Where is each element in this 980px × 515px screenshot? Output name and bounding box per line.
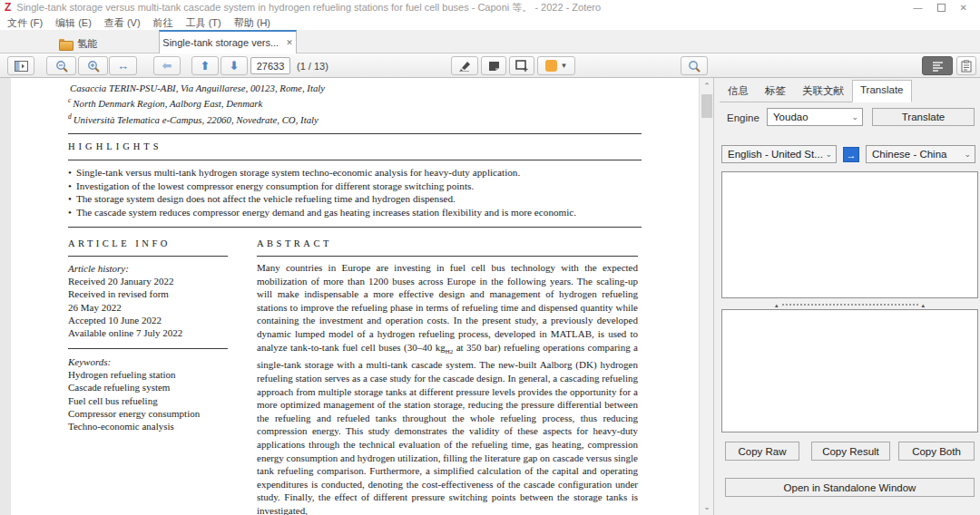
abstract-paragraph: Many countries in Europe are investing i… [257,261,638,515]
keyword-line: Fuel cell bus refueling [68,394,228,407]
chevron-down-icon: ⌄ [825,150,832,159]
keywords-label: Keywords: [68,355,228,368]
maximize-icon[interactable] [937,4,946,12]
history-line: Accepted 10 June 2022 [68,314,228,326]
find-in-document-button[interactable] [681,56,708,75]
folder-icon [59,39,72,49]
divider [68,227,642,228]
tab-library[interactable]: 氢能 [50,34,106,53]
affiliation-block: Casaccia TERIN-PSU-ABI, Via Anguillarese… [68,79,325,126]
keyword-line: Compressor energy consumption [68,407,228,420]
previous-page-button[interactable]: ⬆ [191,56,219,75]
splitter-grip-icon: ▴ [775,302,779,308]
pdf-scrollbar[interactable]: ⌃ ⌄ [699,78,713,515]
source-language-select[interactable]: English - United St...⌄ [721,145,837,163]
history-line: Received in revised form [68,287,228,300]
up-arrow-icon: ⬆ [201,59,211,73]
highlight-item: The cascade system reduces compressor en… [68,206,642,219]
article-history-label: Article history: [68,262,228,275]
menu-go[interactable]: 前往 [153,16,173,30]
highlight-item: Single-tank versus multi-tank hydrogen s… [68,166,642,180]
divider [68,160,642,160]
zotero-logo-icon: Z [5,0,11,15]
title-bar: Z Single-tank storage versus multi-tank … [0,0,980,15]
affiliation-line: Casaccia TERIN-PSU-ABI, Via Anguillarese… [68,79,325,94]
tab-tags[interactable]: 标签 [757,80,794,102]
chevron-down-icon: ⌄ [851,112,858,121]
toggle-context-pane-button[interactable] [922,56,953,75]
divider [68,256,228,257]
tab-translate[interactable]: Translate [852,80,912,102]
tab-document-label: Single-tank storage vers... [162,37,279,48]
copy-raw-button[interactable]: Copy Raw [725,442,799,461]
note-tool-button[interactable] [481,56,506,75]
search-icon [688,60,701,73]
highlight-item: The storage system design does not affec… [68,192,642,206]
pane-tabs: 信息 标签 关联文献 Translate [720,80,912,102]
menu-view[interactable]: 查看 (V) [104,16,141,30]
highlight-item: Investigation of the lowest compressor e… [68,180,642,193]
tab-close-icon[interactable]: ✕ [286,38,293,47]
highlights-heading: HIGHLIGHTS [68,141,162,151]
fit-width-icon: ↔ [117,59,129,73]
article-info-column: Article history: Received 20 January 202… [68,262,228,339]
minimize-icon[interactable]: — [914,4,923,13]
history-line: Available online 7 July 2022 [68,326,228,339]
clipboard-icon [961,60,972,73]
history-line: 26 May 2022 [68,301,228,314]
highlighter-icon [458,60,472,72]
fit-width-button[interactable]: ↔ [109,56,137,75]
zoom-in-icon [87,60,100,73]
window-title: Single-tank storage versus multi-tank ca… [16,1,601,15]
history-line: Received 20 January 2022 [68,275,228,287]
pane-splitter[interactable]: ▴ ▴ [721,301,978,308]
area-select-tool-button[interactable] [509,56,534,75]
zoom-out-button[interactable] [46,56,76,75]
page-number-input[interactable] [250,57,290,74]
pdf-page[interactable]: Casaccia TERIN-PSU-ABI, Via Anguillarese… [11,78,699,515]
menu-tools[interactable]: 工具 (T) [186,16,221,30]
divider [68,133,642,134]
article-info-heading: ARTICLE INFO [68,238,171,248]
navigate-back-button[interactable]: ⬅ [153,56,181,75]
menu-bar: 文件 (F) 编辑 (E) 查看 (V) 前往 工具 (T) 帮助 (H) [0,15,980,30]
zotero-window: Z Single-tank storage versus multi-tank … [0,0,980,515]
zoom-in-button[interactable] [78,56,108,75]
keywords-column: Keywords: Hydrogen refueling station Cas… [68,355,228,432]
note-icon [488,61,500,72]
copy-result-button[interactable]: Copy Result [811,442,890,461]
divider [257,256,638,257]
menu-file[interactable]: 文件 (F) [7,16,43,30]
tab-related[interactable]: 关联文献 [794,80,852,102]
toggle-sidebar-button[interactable] [7,56,34,75]
translate-button[interactable]: Translate [872,108,975,126]
menu-help[interactable]: 帮助 (H) [234,16,270,30]
source-text-area[interactable] [721,171,978,298]
close-icon[interactable]: ✕ [960,4,967,13]
chevron-down-icon: ▼ [561,62,568,70]
highlight-tool-button[interactable] [451,56,478,75]
copy-both-button[interactable]: Copy Both [898,442,975,461]
engine-select[interactable]: Youdao⌄ [767,108,863,126]
highlights-list: Single-tank versus multi-tank hydrogen s… [68,166,642,219]
tab-document[interactable]: Single-tank storage vers... ✕ [159,30,297,53]
result-text-area[interactable] [721,309,978,432]
sidebar-icon [15,61,28,72]
target-language-select[interactable]: Chinese - China⌄ [866,145,975,163]
next-page-button[interactable]: ⬇ [220,56,248,75]
keyword-line: Cascade refueling system [68,381,228,394]
keyword-line: Hydrogen refueling station [68,368,228,381]
scroll-down-icon[interactable]: ⌄ [700,500,714,513]
menu-edit[interactable]: 编辑 (E) [55,16,92,30]
tab-info[interactable]: 信息 [720,80,757,102]
scroll-up-icon[interactable]: ⌃ [700,80,714,92]
scrollbar-thumb[interactable] [701,94,712,118]
chevron-down-icon: ⌄ [964,150,971,159]
annotation-color-button[interactable]: ▼ [537,56,575,75]
open-standalone-window-button[interactable]: Open in Standalone Window [725,478,975,497]
back-arrow-icon: ⬅ [162,59,172,73]
affiliation-line: cNorth Denmark Region, Aalborg East, Den… [68,94,325,110]
swap-direction-button[interactable]: → [843,147,859,162]
arrow-right-icon: → [847,150,857,160]
toggle-notes-pane-button[interactable] [956,56,976,75]
